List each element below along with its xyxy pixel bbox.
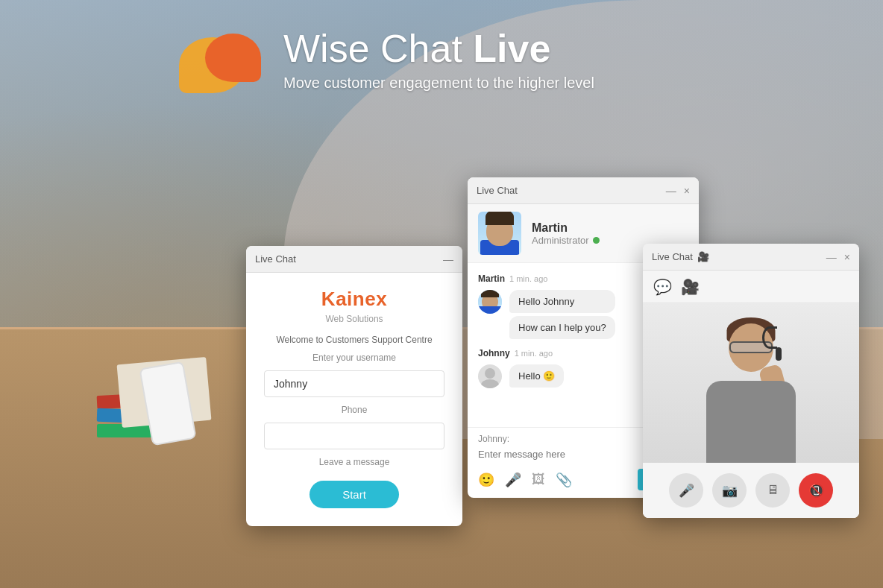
mute-mic-button[interactable]: 🎤 — [669, 473, 703, 508]
chat-close-button[interactable]: × — [684, 186, 690, 196]
op-mic-icon — [776, 347, 782, 361]
mute-video-button[interactable]: 📷 — [712, 473, 747, 508]
chat-titlebar: Live Chat — × — [468, 177, 699, 204]
tab-chat[interactable]: 💬 — [653, 278, 672, 296]
phone-label: Phone — [264, 405, 444, 415]
end-call-button[interactable]: 📵 — [799, 473, 833, 508]
johnny-msg-avatar — [478, 364, 502, 388]
login-window-title: Live Chat — [255, 253, 296, 265]
hero-title-bold: Live — [473, 27, 550, 70]
avatar-hair — [486, 212, 514, 225]
video-controls: 🎤 📷 🖥 📵 — [643, 463, 859, 518]
login-body: Kainex Web Solutions Welcome to Customer… — [246, 273, 462, 526]
login-window: Live Chat — Kainex Web Solutions Welcome… — [246, 246, 462, 526]
video-title-text: Live Chat — [652, 251, 693, 262]
hero-title-normal: Wise Chat — [283, 27, 473, 70]
martin-avatar — [478, 212, 521, 255]
martin-sender-name: Martin — [478, 274, 505, 284]
chat-icon-group: 🙂 🎤 🖼 📎 — [478, 472, 572, 488]
screen-share-icon: 🖥 — [767, 483, 779, 498]
martin-msg-time: 1 min. ago — [509, 274, 547, 283]
video-window: Live Chat 🎥 — × 💬 🎥 — [643, 244, 859, 518]
johnny-msg-time: 1 min. ago — [515, 349, 553, 358]
image-button[interactable]: 🖼 — [532, 472, 545, 487]
chat-window-controls: — × — [666, 186, 690, 196]
login-minimize-button[interactable]: — — [443, 254, 453, 265]
login-window-controls: — — [443, 254, 453, 265]
martin-msg-2: How can I help you? — [509, 316, 615, 339]
mic-button[interactable]: 🎤 — [505, 472, 521, 488]
brand-subtitle: Web Solutions — [325, 314, 383, 324]
video-window-controls: — × — [826, 252, 850, 262]
op-headset-icon — [762, 326, 777, 349]
chat-minimize-button[interactable]: — — [666, 186, 676, 196]
screen-share-button[interactable]: 🖥 — [755, 473, 790, 508]
phone-input[interactable] — [264, 423, 444, 449]
martin-messages: Hello Johnny How can I help you? — [509, 290, 615, 339]
hero-title: Wise Chat Live — [283, 28, 594, 70]
svg-point-1 — [481, 379, 499, 388]
attach-button[interactable]: 📎 — [556, 472, 572, 488]
video-camera-icon: 🎥 — [697, 251, 709, 262]
video-minimize-button[interactable]: — — [826, 252, 837, 262]
end-call-icon: 📵 — [808, 483, 824, 499]
agent-role: Administrator — [532, 235, 589, 246]
video-preview — [643, 303, 859, 463]
default-avatar-icon — [478, 364, 502, 388]
agent-avatar — [478, 212, 521, 255]
login-titlebar: Live Chat — — [246, 246, 462, 273]
emoji-button[interactable]: 🙂 — [478, 472, 494, 488]
agent-info: Martin Administrator — [532, 221, 600, 246]
hero-text: Wise Chat Live Move customer engagement … — [276, 28, 594, 92]
bubble-front-icon — [205, 34, 261, 82]
video-titlebar: Live Chat 🎥 — × — [643, 244, 859, 271]
op-body — [706, 381, 796, 463]
video-body: 💬 🎥 🎤 📷 🖥 — [643, 271, 859, 518]
operator-video-feed — [643, 303, 859, 463]
hero-subtitle: Move customer engagement to the higher l… — [283, 75, 594, 92]
johnny-sender-name: Johnny — [478, 348, 510, 358]
martin-msg-1: Hello Johnny — [509, 290, 615, 313]
martin-msg-avatar — [478, 290, 502, 314]
johnny-msg-1: Hello 🙂 — [509, 364, 564, 388]
username-input[interactable] — [264, 370, 444, 397]
tab-video[interactable]: 🎥 — [681, 278, 700, 296]
username-label: Enter your username — [264, 353, 444, 363]
message-label: Leave a message — [264, 457, 444, 467]
status-dot-icon — [593, 237, 600, 244]
hero-section: Wise Chat Live Move customer engagement … — [0, 0, 883, 119]
video-close-button[interactable]: × — [844, 252, 850, 262]
svg-point-0 — [485, 368, 495, 379]
video-window-title: Live Chat 🎥 — [652, 251, 709, 262]
agent-status: Administrator — [532, 235, 600, 246]
video-tabs: 💬 🎥 — [643, 271, 859, 303]
brand-name: Kainex — [321, 288, 387, 311]
mute-video-icon: 📷 — [722, 483, 738, 499]
agent-name: Martin — [532, 221, 600, 235]
welcome-text: Welcome to Customers Support Centre — [276, 335, 432, 345]
mute-mic-icon: 🎤 — [679, 483, 694, 499]
chat-window-title: Live Chat — [477, 185, 518, 196]
start-button[interactable]: Start — [309, 481, 399, 508]
logo — [179, 19, 276, 101]
